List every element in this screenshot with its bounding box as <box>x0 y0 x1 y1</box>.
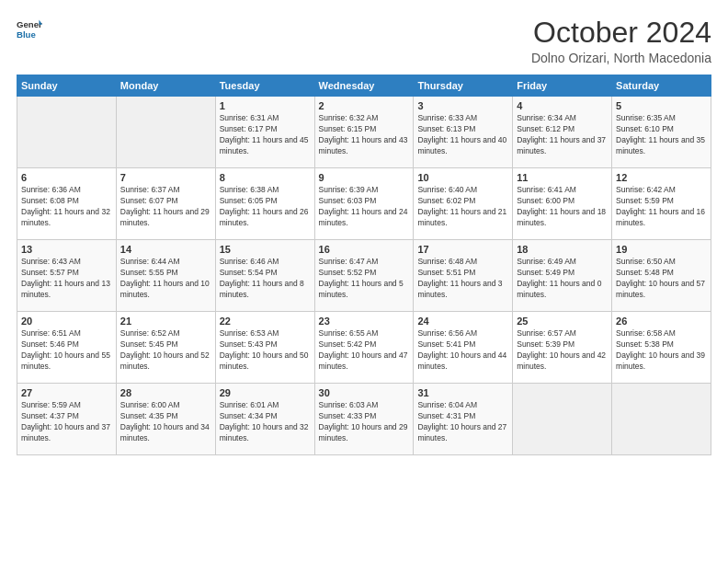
table-row: 1Sunrise: 6:31 AM Sunset: 6:17 PM Daylig… <box>215 97 314 168</box>
table-row: 7Sunrise: 6:37 AM Sunset: 6:07 PM Daylig… <box>116 168 215 240</box>
table-row: 29Sunrise: 6:01 AM Sunset: 4:34 PM Dayli… <box>215 384 314 455</box>
day-info: Sunrise: 6:42 AM Sunset: 5:59 PM Dayligh… <box>616 185 707 229</box>
day-number: 27 <box>21 387 112 398</box>
table-row: 27Sunrise: 5:59 AM Sunset: 4:37 PM Dayli… <box>17 384 117 455</box>
day-info: Sunrise: 6:40 AM Sunset: 6:02 PM Dayligh… <box>417 185 508 229</box>
day-number: 28 <box>120 387 211 398</box>
day-number: 22 <box>220 316 311 327</box>
col-tuesday: Tuesday <box>215 75 314 97</box>
day-info: Sunrise: 6:58 AM Sunset: 5:38 PM Dayligh… <box>616 328 707 373</box>
day-info: Sunrise: 6:44 AM Sunset: 5:55 PM Dayligh… <box>120 257 211 301</box>
table-row: 15Sunrise: 6:46 AM Sunset: 5:54 PM Dayli… <box>215 240 314 312</box>
table-row: 17Sunrise: 6:48 AM Sunset: 5:51 PM Dayli… <box>414 240 513 312</box>
col-saturday: Saturday <box>612 75 711 97</box>
day-info: Sunrise: 6:55 AM Sunset: 5:42 PM Dayligh… <box>319 328 410 373</box>
table-row: 8Sunrise: 6:38 AM Sunset: 6:05 PM Daylig… <box>215 168 314 240</box>
header: General Blue October 2024 Dolno Orizari,… <box>17 17 711 65</box>
day-number: 2 <box>319 100 410 111</box>
table-row <box>612 384 711 455</box>
day-info: Sunrise: 5:59 AM Sunset: 4:37 PM Dayligh… <box>21 400 112 444</box>
day-number: 5 <box>616 100 707 111</box>
table-row: 5Sunrise: 6:35 AM Sunset: 6:10 PM Daylig… <box>612 97 711 168</box>
day-info: Sunrise: 6:33 AM Sunset: 6:13 PM Dayligh… <box>417 113 508 157</box>
table-row: 23Sunrise: 6:55 AM Sunset: 5:42 PM Dayli… <box>314 312 414 384</box>
page: General Blue October 2024 Dolno Orizari,… <box>0 0 728 563</box>
day-info: Sunrise: 6:37 AM Sunset: 6:07 PM Dayligh… <box>120 185 211 229</box>
col-thursday: Thursday <box>414 75 513 97</box>
day-info: Sunrise: 6:35 AM Sunset: 6:10 PM Dayligh… <box>616 113 707 157</box>
day-info: Sunrise: 6:04 AM Sunset: 4:31 PM Dayligh… <box>417 400 508 444</box>
table-row: 31Sunrise: 6:04 AM Sunset: 4:31 PM Dayli… <box>414 384 513 455</box>
day-number: 13 <box>21 244 112 255</box>
table-row: 6Sunrise: 6:36 AM Sunset: 6:08 PM Daylig… <box>17 168 117 240</box>
day-number: 14 <box>120 244 211 255</box>
table-row <box>513 384 612 455</box>
col-monday: Monday <box>116 75 215 97</box>
day-info: Sunrise: 6:03 AM Sunset: 4:33 PM Dayligh… <box>319 400 410 444</box>
month-title: October 2024 <box>531 17 711 49</box>
table-row: 10Sunrise: 6:40 AM Sunset: 6:02 PM Dayli… <box>414 168 513 240</box>
day-info: Sunrise: 6:38 AM Sunset: 6:05 PM Dayligh… <box>220 185 311 229</box>
day-number: 31 <box>417 387 508 398</box>
day-info: Sunrise: 6:00 AM Sunset: 4:35 PM Dayligh… <box>120 400 211 444</box>
day-info: Sunrise: 6:32 AM Sunset: 6:15 PM Dayligh… <box>319 113 410 157</box>
day-info: Sunrise: 6:53 AM Sunset: 5:43 PM Dayligh… <box>220 328 311 373</box>
table-row: 16Sunrise: 6:47 AM Sunset: 5:52 PM Dayli… <box>314 240 414 312</box>
table-row: 24Sunrise: 6:56 AM Sunset: 5:41 PM Dayli… <box>414 312 513 384</box>
day-info: Sunrise: 6:49 AM Sunset: 5:49 PM Dayligh… <box>517 257 608 301</box>
svg-text:General: General <box>17 19 42 29</box>
table-row: 14Sunrise: 6:44 AM Sunset: 5:55 PM Dayli… <box>116 240 215 312</box>
day-info: Sunrise: 6:01 AM Sunset: 4:34 PM Dayligh… <box>220 400 311 444</box>
day-info: Sunrise: 6:52 AM Sunset: 5:45 PM Dayligh… <box>120 328 211 373</box>
day-info: Sunrise: 6:51 AM Sunset: 5:46 PM Dayligh… <box>21 328 112 373</box>
table-row: 9Sunrise: 6:39 AM Sunset: 6:03 PM Daylig… <box>314 168 414 240</box>
table-row: 18Sunrise: 6:49 AM Sunset: 5:49 PM Dayli… <box>513 240 612 312</box>
table-row <box>17 97 117 168</box>
calendar-header-row: Sunday Monday Tuesday Wednesday Thursday… <box>17 75 711 97</box>
title-block: October 2024 Dolno Orizari, North Macedo… <box>531 17 711 65</box>
table-row: 3Sunrise: 6:33 AM Sunset: 6:13 PM Daylig… <box>414 97 513 168</box>
table-row: 4Sunrise: 6:34 AM Sunset: 6:12 PM Daylig… <box>513 97 612 168</box>
day-number: 25 <box>517 316 608 327</box>
day-number: 30 <box>319 387 410 398</box>
day-number: 26 <box>616 316 707 327</box>
logo: General Blue <box>17 17 42 42</box>
table-row: 26Sunrise: 6:58 AM Sunset: 5:38 PM Dayli… <box>612 312 711 384</box>
table-row: 11Sunrise: 6:41 AM Sunset: 6:00 PM Dayli… <box>513 168 612 240</box>
day-number: 9 <box>319 172 410 183</box>
table-row: 13Sunrise: 6:43 AM Sunset: 5:57 PM Dayli… <box>17 240 117 312</box>
day-number: 29 <box>220 387 311 398</box>
col-friday: Friday <box>513 75 612 97</box>
day-info: Sunrise: 6:56 AM Sunset: 5:41 PM Dayligh… <box>417 328 508 373</box>
calendar-week-row: 27Sunrise: 5:59 AM Sunset: 4:37 PM Dayli… <box>17 384 711 455</box>
day-number: 18 <box>517 244 608 255</box>
day-number: 21 <box>120 316 211 327</box>
col-sunday: Sunday <box>17 75 117 97</box>
day-info: Sunrise: 6:57 AM Sunset: 5:39 PM Dayligh… <box>517 328 608 373</box>
location-subtitle: Dolno Orizari, North Macedonia <box>531 51 711 65</box>
day-number: 23 <box>319 316 410 327</box>
day-number: 16 <box>319 244 410 255</box>
day-info: Sunrise: 6:43 AM Sunset: 5:57 PM Dayligh… <box>21 257 112 301</box>
day-number: 15 <box>220 244 311 255</box>
table-row: 21Sunrise: 6:52 AM Sunset: 5:45 PM Dayli… <box>116 312 215 384</box>
day-number: 20 <box>21 316 112 327</box>
calendar-table: Sunday Monday Tuesday Wednesday Thursday… <box>17 75 711 455</box>
logo-icon: General Blue <box>17 17 42 42</box>
table-row: 20Sunrise: 6:51 AM Sunset: 5:46 PM Dayli… <box>17 312 117 384</box>
day-number: 19 <box>616 244 707 255</box>
day-info: Sunrise: 6:50 AM Sunset: 5:48 PM Dayligh… <box>616 257 707 301</box>
col-wednesday: Wednesday <box>314 75 414 97</box>
calendar-week-row: 1Sunrise: 6:31 AM Sunset: 6:17 PM Daylig… <box>17 97 711 168</box>
day-number: 1 <box>220 100 311 111</box>
table-row: 28Sunrise: 6:00 AM Sunset: 4:35 PM Dayli… <box>116 384 215 455</box>
day-info: Sunrise: 6:34 AM Sunset: 6:12 PM Dayligh… <box>517 113 608 157</box>
day-info: Sunrise: 6:46 AM Sunset: 5:54 PM Dayligh… <box>220 257 311 301</box>
day-number: 8 <box>220 172 311 183</box>
table-row: 22Sunrise: 6:53 AM Sunset: 5:43 PM Dayli… <box>215 312 314 384</box>
calendar-week-row: 6Sunrise: 6:36 AM Sunset: 6:08 PM Daylig… <box>17 168 711 240</box>
day-number: 7 <box>120 172 211 183</box>
day-number: 17 <box>417 244 508 255</box>
day-info: Sunrise: 6:36 AM Sunset: 6:08 PM Dayligh… <box>21 185 112 229</box>
day-info: Sunrise: 6:39 AM Sunset: 6:03 PM Dayligh… <box>319 185 410 229</box>
